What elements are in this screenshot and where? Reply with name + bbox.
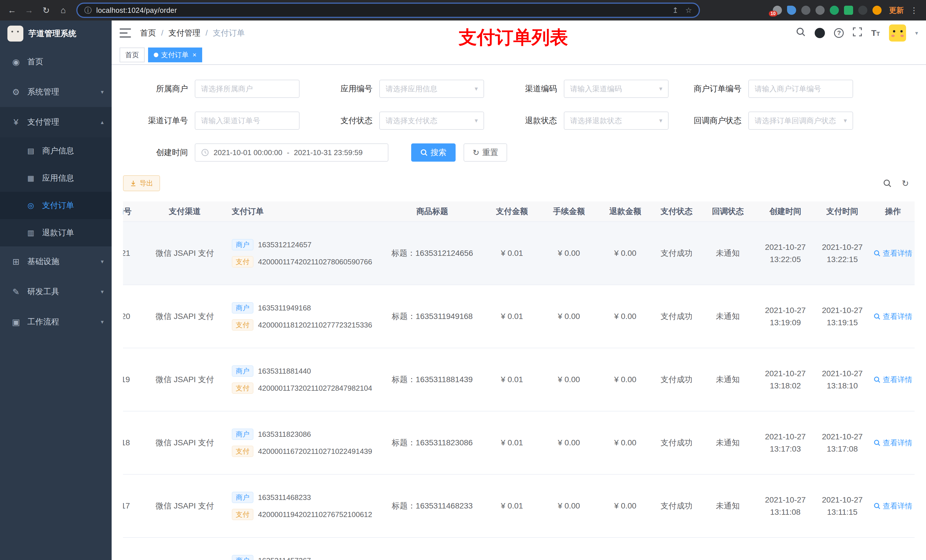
- fullscreen-icon[interactable]: [853, 27, 862, 39]
- search-button[interactable]: 搜索: [411, 143, 455, 162]
- sidebar-item-refund-order[interactable]: ▥ 退款订单: [0, 219, 112, 246]
- view-detail-link[interactable]: 查看详情: [874, 312, 912, 322]
- merchant-tag: 商户: [232, 302, 253, 314]
- sidebar-toggle-icon[interactable]: [120, 29, 131, 38]
- cell-pay-status: 支付成功: [651, 348, 703, 411]
- search-icon: [874, 439, 881, 446]
- view-detail-link[interactable]: 查看详情: [874, 248, 912, 258]
- tab-home[interactable]: 首页: [120, 48, 145, 62]
- sidebar-item-workflow[interactable]: ▣ 工作流程 ▾: [0, 307, 112, 337]
- cell-refund: ¥ 0.00: [600, 285, 651, 348]
- chevron-down-icon[interactable]: ▾: [915, 30, 918, 36]
- pay-tag: 支付: [232, 319, 253, 331]
- refresh-table-icon[interactable]: ↻: [902, 178, 909, 189]
- user-avatar[interactable]: [889, 24, 906, 42]
- browser-update-button[interactable]: 更新: [889, 5, 904, 15]
- extension-badge: 10: [769, 11, 777, 17]
- logo-avatar: [8, 26, 23, 42]
- sidebar-item-infra[interactable]: ⊞ 基础设施 ▾: [0, 246, 112, 276]
- gray-extension-icon[interactable]: [801, 6, 810, 15]
- share-icon[interactable]: ↥: [672, 6, 679, 15]
- table-row: 117 微信 JSAPI 支付 商户 1635311468233 支付 4200…: [123, 475, 915, 538]
- forward-icon[interactable]: →: [22, 3, 36, 18]
- sidebar-item-dev-tools[interactable]: ✎ 研发工具 ▾: [0, 276, 112, 307]
- view-detail-link[interactable]: 查看详情: [874, 438, 912, 448]
- view-detail-link[interactable]: 查看详情: [874, 375, 912, 385]
- check-extension-icon[interactable]: [830, 6, 839, 15]
- yen-icon: ¥: [10, 117, 22, 127]
- notify-status-select[interactable]: 请选择订单回调商户状态 ▾: [748, 112, 853, 130]
- reset-button[interactable]: ↻ 重置: [464, 143, 507, 162]
- sidebar-item-app-info[interactable]: ▦ 应用信息: [0, 165, 112, 192]
- merchant-tag: 商户: [232, 555, 253, 560]
- sidebar-item-pay-order[interactable]: ◎ 支付订单: [0, 192, 112, 219]
- site-info-icon[interactable]: ⓘ: [84, 5, 92, 15]
- channel-code-select[interactable]: 请输入渠道编码 ▾: [564, 80, 669, 98]
- pay-status-select[interactable]: 请选择支付状态 ▾: [379, 112, 484, 130]
- cell-pay-order: 商户 1635311468233 支付 42000011942021102767…: [226, 475, 378, 537]
- cell-create-time: [753, 538, 818, 560]
- toggle-search-icon[interactable]: [883, 179, 891, 187]
- cell-fee: [538, 538, 600, 560]
- date-range-picker[interactable]: 2021-10-01 00:00:00 - 2021-10-31 23:59:5…: [195, 143, 388, 162]
- browser-home-icon[interactable]: ⌂: [56, 3, 71, 18]
- view-detail-link[interactable]: 查看详情: [874, 501, 912, 511]
- tools-icon: ✎: [10, 287, 22, 297]
- column-header: 商品标题: [378, 201, 486, 221]
- cell-fee: ¥ 0.00: [538, 222, 600, 285]
- browser-nav-buttons: ← → ↻ ⌂: [5, 3, 71, 18]
- sidebar-item-system[interactable]: ⚙ 系统管理 ▾: [0, 77, 112, 107]
- tab-pay-order[interactable]: 支付订单 ×: [148, 48, 202, 62]
- cell-create-time: 2021-10-2713:17:03: [753, 412, 818, 474]
- download-icon: [130, 180, 137, 187]
- sidebar-item-payment[interactable]: ¥ 支付管理 ▴: [0, 107, 112, 137]
- camera-extension-icon[interactable]: [816, 6, 825, 15]
- merchant-order-no-input[interactable]: [748, 80, 853, 98]
- address-bar[interactable]: ⓘ localhost:1024/pay/order ↥ ☆: [76, 3, 700, 18]
- pin-extension-icon[interactable]: [858, 6, 867, 15]
- app-select[interactable]: 请选择应用信息 ▾: [379, 80, 484, 98]
- export-button[interactable]: 导出: [123, 175, 160, 191]
- font-size-icon[interactable]: TT: [871, 28, 880, 38]
- cell-notify-status: 未通知: [703, 222, 753, 285]
- cell-action: 查看详情: [867, 285, 915, 348]
- help-icon[interactable]: ?: [834, 28, 844, 38]
- cell-notify-status: 未通知: [703, 412, 753, 474]
- page-title-annotation: 支付订单列表: [459, 25, 568, 50]
- breadcrumb-home[interactable]: 首页: [140, 27, 156, 38]
- column-header: 创建时间: [753, 201, 818, 221]
- github-icon[interactable]: [815, 28, 825, 38]
- pay-tag: 支付: [232, 382, 253, 394]
- search-icon[interactable]: [796, 27, 805, 39]
- table-row: 121 微信 JSAPI 支付 商户 1635312124657 支付 4200…: [123, 222, 915, 285]
- back-icon[interactable]: ←: [5, 3, 20, 18]
- cell-pay-status: [651, 538, 703, 560]
- breadcrumb-payment[interactable]: 支付管理: [169, 27, 200, 38]
- sidebar-item-merchant-info[interactable]: ▤ 商户信息: [0, 137, 112, 165]
- chat-extension-icon[interactable]: [844, 6, 853, 15]
- extension-icon[interactable]: 10: [773, 6, 782, 15]
- refund-status-select[interactable]: 请选择退款状态 ▾: [564, 112, 669, 130]
- cell-notify-status: 未通知: [703, 475, 753, 537]
- filter-field-app: 应用编号 请选择应用信息 ▾: [307, 80, 484, 98]
- table-row: 119 微信 JSAPI 支付 商户 1635311881440 支付 4200…: [123, 348, 915, 412]
- merchant-input[interactable]: [195, 80, 300, 98]
- url-text: localhost:1024/pay/order: [96, 6, 177, 15]
- cell-id: 120: [123, 285, 144, 348]
- cell-title: 标题：1635311468233: [378, 475, 486, 537]
- cell-pay-time: 2021-10-2713:22:15: [818, 222, 867, 285]
- profile-avatar-icon[interactable]: [873, 6, 882, 15]
- sidebar-item-home[interactable]: ◉ 首页: [0, 47, 112, 77]
- browser-chrome: ← → ↻ ⌂ ⓘ localhost:1024/pay/order ↥ ☆ 1…: [0, 0, 926, 21]
- browser-menu-icon[interactable]: ⋮: [910, 6, 918, 15]
- chevron-down-icon: ▾: [659, 85, 662, 92]
- bookmark-star-icon[interactable]: ☆: [685, 6, 692, 15]
- pay-tag: 支付: [232, 256, 253, 267]
- column-header: 操作: [867, 201, 915, 221]
- cell-refund: ¥ 0.00: [600, 412, 651, 474]
- tab-close-icon[interactable]: ×: [192, 51, 197, 59]
- cell-pay-order: 商户 1635312124657 支付 42000011742021102780…: [226, 222, 378, 285]
- channel-order-no-input[interactable]: [195, 112, 300, 130]
- drop-extension-icon[interactable]: [787, 6, 796, 15]
- reload-icon[interactable]: ↻: [39, 3, 53, 18]
